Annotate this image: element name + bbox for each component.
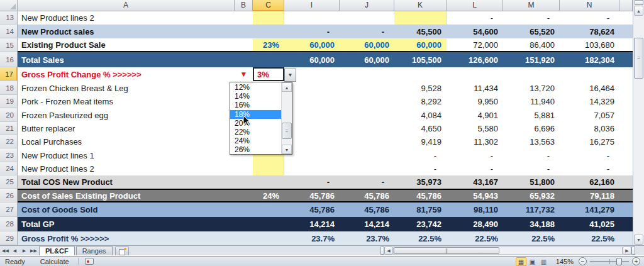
split-handle[interactable] bbox=[635, 0, 643, 5]
cell-N23[interactable]: - bbox=[560, 148, 619, 162]
cell-N20[interactable]: 7,057 bbox=[560, 108, 619, 122]
cell-C16[interactable] bbox=[253, 52, 284, 67]
insert-worksheet-button[interactable] bbox=[115, 247, 129, 255]
cell-N27[interactable]: 141,279 bbox=[560, 202, 619, 217]
cell-L17[interactable] bbox=[447, 67, 503, 81]
scroll-up-icon[interactable]: ▲ bbox=[634, 6, 643, 16]
cell-B14[interactable] bbox=[235, 25, 253, 38]
cell-J22[interactable] bbox=[340, 135, 394, 148]
cell-I15[interactable]: 60,000 bbox=[284, 38, 340, 51]
cell-A14[interactable]: New Product sales bbox=[18, 25, 235, 38]
cell-L24[interactable]: - bbox=[447, 162, 503, 175]
col-header-I[interactable]: I bbox=[284, 0, 340, 11]
row-header-27[interactable]: 27 bbox=[0, 202, 18, 217]
cell-L22[interactable]: 11,302 bbox=[447, 135, 503, 148]
cell-C24[interactable] bbox=[253, 162, 284, 175]
cell-L20[interactable]: 4,901 bbox=[447, 108, 503, 122]
cell-J19[interactable] bbox=[340, 95, 394, 108]
cell-J16[interactable]: 60,000 bbox=[340, 52, 394, 67]
row-header-19[interactable]: 19 bbox=[0, 95, 18, 108]
zoom-level[interactable]: 145% bbox=[556, 258, 574, 265]
cell-I28[interactable]: 14,214 bbox=[284, 217, 340, 231]
cell-J25[interactable]: - bbox=[340, 175, 394, 189]
col-header-K[interactable]: K bbox=[394, 0, 447, 11]
cell-N17[interactable] bbox=[560, 67, 619, 81]
cell-C14[interactable] bbox=[253, 25, 284, 38]
dropdown-scrollbar[interactable]: ▲ ≡ ▼ bbox=[281, 82, 292, 154]
cell-I16[interactable]: 60,000 bbox=[284, 52, 340, 67]
cell-I29[interactable]: 23.7% bbox=[284, 231, 340, 245]
col-header-C[interactable]: C bbox=[253, 0, 284, 11]
cell-K19[interactable]: 8,292 bbox=[394, 95, 447, 108]
row-header-20[interactable]: 20 bbox=[0, 108, 18, 122]
cell-N24[interactable]: - bbox=[560, 162, 619, 175]
cell-N28[interactable]: 41,025 bbox=[560, 217, 619, 231]
cell-M21[interactable]: 6,696 bbox=[503, 122, 560, 135]
dropdown-option-24%[interactable]: 24% bbox=[230, 136, 281, 145]
last-sheet-button[interactable]: ▶▶ bbox=[30, 247, 38, 255]
horizontal-scrollbar[interactable]: ◀ ∥ ▶ bbox=[380, 246, 635, 255]
split-handle[interactable] bbox=[631, 247, 635, 255]
cell-J28[interactable]: 14,214 bbox=[340, 217, 394, 231]
cell-M24[interactable]: - bbox=[503, 162, 560, 175]
row-header-18[interactable]: 18 bbox=[0, 81, 18, 95]
cell-N13[interactable]: - bbox=[560, 11, 619, 25]
col-header-L[interactable]: L bbox=[447, 0, 503, 11]
dropdown-option-22%[interactable]: 22% bbox=[230, 128, 281, 136]
cell-A27[interactable]: Cost of Goods Sold bbox=[18, 202, 235, 217]
scroll-right-icon[interactable]: ▶ bbox=[623, 247, 631, 255]
dropdown-option-26%[interactable]: 26% bbox=[230, 145, 281, 154]
cell-M20[interactable]: 5,881 bbox=[503, 108, 560, 122]
cell-K17[interactable] bbox=[394, 67, 447, 81]
col-header-A[interactable]: A bbox=[18, 0, 235, 11]
cell-I13[interactable] bbox=[284, 11, 340, 25]
cell-A18[interactable]: Frozen Chicken Breast & Leg bbox=[18, 81, 235, 95]
cell-B15[interactable] bbox=[235, 38, 253, 51]
cell-M27[interactable]: 117,732 bbox=[503, 202, 560, 217]
cell-N18[interactable]: 16,464 bbox=[560, 81, 619, 95]
cell-K13[interactable] bbox=[394, 11, 447, 25]
cell-K25[interactable]: 35,973 bbox=[394, 175, 447, 189]
cell-J23[interactable] bbox=[340, 148, 394, 162]
cell-J27[interactable]: 45,786 bbox=[340, 202, 394, 217]
cell-L25[interactable]: 43,167 bbox=[447, 175, 503, 189]
cell-L15[interactable]: 72,000 bbox=[447, 38, 503, 51]
page-layout-view-button[interactable]: ▣ bbox=[527, 257, 538, 266]
cell-L13[interactable]: - bbox=[447, 11, 503, 25]
cell-K24[interactable]: - bbox=[394, 162, 447, 175]
cell-J21[interactable] bbox=[340, 122, 394, 135]
cell-C15[interactable]: 23% bbox=[253, 38, 284, 51]
cell-C29[interactable] bbox=[253, 231, 284, 245]
status-calculate[interactable]: Calculate bbox=[40, 258, 69, 265]
cell-L19[interactable]: 9,950 bbox=[447, 95, 503, 108]
dropdown-scrollbar-thumb[interactable]: ≡ bbox=[282, 123, 292, 139]
cell-J17[interactable] bbox=[340, 67, 394, 81]
cell-J29[interactable]: 23.7% bbox=[340, 231, 394, 245]
cell-K28[interactable]: 23,742 bbox=[394, 217, 447, 231]
dropdown-option-12%[interactable]: 12% bbox=[230, 83, 281, 92]
cell-C26[interactable]: 24% bbox=[253, 190, 284, 201]
row-header-25[interactable]: 25 bbox=[0, 175, 18, 189]
cell-M23[interactable]: - bbox=[503, 148, 560, 162]
cell-M22[interactable]: 13,563 bbox=[503, 135, 560, 148]
cell-B25[interactable] bbox=[235, 175, 253, 189]
scroll-up-icon[interactable]: ▲ bbox=[282, 82, 292, 92]
cell-J24[interactable] bbox=[340, 162, 394, 175]
cell-A26[interactable]: Cost of Sales Existing Product bbox=[18, 190, 235, 201]
cell-J14[interactable]: - bbox=[340, 25, 394, 38]
prev-sheet-button[interactable]: ◀ bbox=[11, 247, 19, 255]
horizontal-scrollbar-thumb[interactable]: ∥ bbox=[394, 247, 499, 254]
sheet-tab-PL&CF[interactable]: PL&CF bbox=[39, 246, 75, 255]
cell-I18[interactable] bbox=[284, 81, 340, 95]
cell-L14[interactable]: 54,600 bbox=[447, 25, 503, 38]
cell-M17[interactable] bbox=[503, 67, 560, 81]
cell-B16[interactable] bbox=[235, 52, 253, 67]
cell-A23[interactable]: New Product lines 1 bbox=[18, 148, 235, 162]
cell-N15[interactable]: 103,680 bbox=[560, 38, 619, 51]
cell-N22[interactable]: 16,275 bbox=[560, 135, 619, 148]
cell-M19[interactable]: 11,940 bbox=[503, 95, 560, 108]
row-header-28[interactable]: 28 bbox=[0, 217, 18, 231]
cell-C28[interactable] bbox=[253, 217, 284, 231]
zoom-slider-thumb[interactable] bbox=[616, 258, 622, 265]
cell-M18[interactable]: 13,720 bbox=[503, 81, 560, 95]
